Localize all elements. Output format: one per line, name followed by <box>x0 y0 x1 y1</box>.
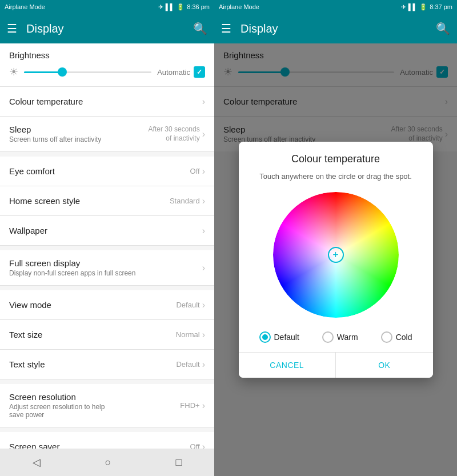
text-size-item[interactable]: Text size Normal › <box>0 320 214 350</box>
text-style-chevron: › <box>202 359 205 370</box>
right-status-right: ✈ ▌▌ 🔋 8:37 pm <box>401 3 452 11</box>
color-wheel-center: + <box>328 247 344 263</box>
left-menu-icon[interactable]: ☰ <box>7 22 17 35</box>
right-search-icon[interactable]: 🔍 <box>436 22 450 35</box>
screen-res-left: Screen resolution Adjust screen resoluti… <box>9 392 180 419</box>
color-wheel[interactable]: + <box>273 192 399 318</box>
fullscreen-right: › <box>202 263 205 273</box>
eye-comfort-item[interactable]: Eye comfort Off › <box>0 157 214 186</box>
brightness-icon: ☀ <box>9 66 18 78</box>
fullscreen-left: Full screen display Display non-full scr… <box>9 258 202 277</box>
screen-res-right: FHD+ › <box>180 401 205 411</box>
cancel-button[interactable]: CANCEL <box>239 353 336 378</box>
screen-res-subtitle: Adjust screen resolution to helpsave pow… <box>9 403 180 419</box>
eye-comfort-value: Off <box>190 167 200 175</box>
home-screen-value: Standard <box>170 197 200 205</box>
radio-default[interactable]: Default <box>259 331 299 343</box>
left-search-icon[interactable]: 🔍 <box>193 22 207 35</box>
radio-default-label: Default <box>274 333 299 342</box>
right-status-time: 8:37 pm <box>430 3 452 10</box>
right-menu-icon[interactable]: ☰ <box>221 22 231 35</box>
text-size-right: Normal › <box>176 330 205 340</box>
sleep-right: After 30 secondsof inactivity › <box>149 125 205 143</box>
recent-button[interactable]: □ <box>165 452 194 473</box>
screen-saver-item[interactable]: Screen saver Off › <box>0 432 214 449</box>
modal-buttons: CANCEL OK <box>239 352 433 378</box>
radio-warm-label: Warm <box>337 333 358 342</box>
ok-button[interactable]: OK <box>336 353 433 378</box>
modal-subtitle: Touch anywhere on the circle or drag the… <box>239 172 433 187</box>
text-style-value: Default <box>176 360 199 369</box>
modal-dialog: Colour temperature Touch anywhere on the… <box>239 142 433 378</box>
sleep-title: Sleep <box>9 125 149 134</box>
screen-res-value: FHD+ <box>180 401 199 410</box>
colour-temp-chevron: › <box>202 97 205 107</box>
home-screen-right: Standard › <box>170 196 205 206</box>
eye-comfort-right: Off › <box>190 166 205 177</box>
fullscreen-chevron: › <box>202 263 205 273</box>
battery-icon-right: 🔋 <box>419 3 427 11</box>
sleep-chevron: › <box>202 129 205 139</box>
fullscreen-subtitle: Display non-full screen apps in full scr… <box>9 269 202 277</box>
fullscreen-item[interactable]: Full screen display Display non-full scr… <box>0 250 214 286</box>
airplane-icon-left: ✈ <box>158 3 163 11</box>
colour-temp-right: › <box>202 97 205 107</box>
left-status-right: ✈ ▌▌ 🔋 8:36 pm <box>158 3 210 11</box>
text-style-left: Text style <box>9 359 176 369</box>
screen-res-item[interactable]: Screen resolution Adjust screen resoluti… <box>0 384 214 427</box>
home-screen-item[interactable]: Home screen style Standard › <box>0 186 214 216</box>
left-panel: Airplane Mode ✈ ▌▌ 🔋 8:36 pm ☰ Display 🔍… <box>0 0 214 476</box>
screen-res-title: Screen resolution <box>9 392 180 402</box>
back-button[interactable]: ◁ <box>21 451 52 473</box>
battery-icon-left: 🔋 <box>177 3 185 11</box>
right-panel: Airplane Mode ✈ ▌▌ 🔋 8:37 pm ☰ Display 🔍… <box>214 0 457 476</box>
left-status-time: 8:36 pm <box>187 3 210 10</box>
left-top-bar: ☰ Display 🔍 <box>0 14 214 43</box>
brightness-row: ☀ Automatic <box>9 66 205 78</box>
brightness-title: Brightness <box>9 50 205 60</box>
right-status-mode: Airplane Mode <box>219 3 259 10</box>
colour-temp-item[interactable]: Colour temperature › <box>0 87 214 117</box>
signal-icon-right: ▌▌ <box>408 3 418 10</box>
divider1 <box>0 152 214 157</box>
right-status-bar: Airplane Mode ✈ ▌▌ 🔋 8:37 pm <box>214 0 457 14</box>
brightness-slider[interactable] <box>24 66 151 78</box>
screen-res-chevron: › <box>202 401 205 411</box>
slider-fill <box>24 71 62 73</box>
view-mode-left: View mode <box>9 300 176 310</box>
text-style-right: Default › <box>176 359 205 370</box>
home-button[interactable]: ○ <box>94 452 123 473</box>
eye-comfort-title: Eye comfort <box>9 166 190 176</box>
home-screen-left: Home screen style <box>9 196 170 206</box>
view-mode-chevron: › <box>202 300 205 310</box>
airplane-icon-right: ✈ <box>401 3 406 11</box>
wallpaper-left: Wallpaper <box>9 226 202 235</box>
brightness-right: Automatic <box>157 66 205 78</box>
sleep-item[interactable]: Sleep Screen turns off after inactivity … <box>0 117 214 152</box>
right-title: Display <box>240 22 436 35</box>
text-style-item[interactable]: Text style Default › <box>0 350 214 379</box>
text-size-value: Normal <box>176 330 200 339</box>
radio-warm[interactable]: Warm <box>322 331 358 343</box>
colour-temp-title: Colour temperature <box>9 97 202 106</box>
slider-track <box>24 71 151 73</box>
sleep-subtitle: Screen turns off after inactivity <box>9 135 149 143</box>
radio-cold[interactable]: Cold <box>381 331 412 343</box>
slider-thumb[interactable] <box>58 67 67 77</box>
wallpaper-item[interactable]: Wallpaper › <box>0 216 214 246</box>
sleep-left: Sleep Screen turns off after inactivity <box>9 125 149 143</box>
screen-saver-chevron: › <box>202 442 205 449</box>
color-wheel-container: + <box>239 187 433 327</box>
wallpaper-chevron: › <box>202 226 205 236</box>
auto-checkbox[interactable] <box>194 66 205 78</box>
text-size-title: Text size <box>9 330 176 339</box>
view-mode-item[interactable]: View mode Default › <box>0 290 214 320</box>
radio-default-circle <box>259 331 271 343</box>
left-nav-bar: ◁ ○ □ <box>0 449 214 476</box>
radio-warm-circle <box>322 331 334 343</box>
wallpaper-title: Wallpaper <box>9 226 202 235</box>
eye-comfort-left: Eye comfort <box>9 166 190 176</box>
view-mode-value: Default <box>176 301 199 309</box>
left-settings-list: Brightness ☀ Automatic Colour temperatur… <box>0 43 214 449</box>
divider5 <box>0 427 214 432</box>
